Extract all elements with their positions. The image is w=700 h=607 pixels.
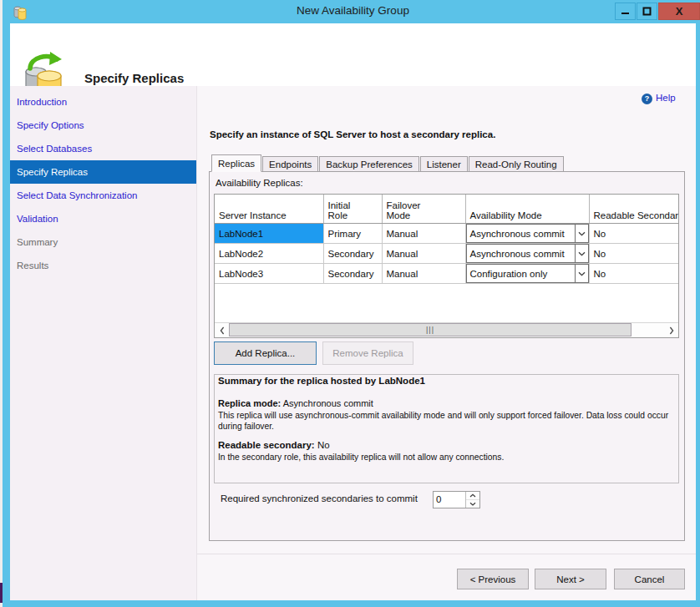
chevron-down-icon[interactable] <box>466 500 479 508</box>
window-title: New Availability Group <box>10 4 696 17</box>
minimize-button[interactable] <box>615 3 636 20</box>
add-replica-button[interactable]: Add Replica... <box>214 341 317 365</box>
chevron-down-icon[interactable] <box>575 265 588 282</box>
maximize-icon <box>642 7 652 16</box>
summary-replica-mode-line: Replica mode: Asynchronous commit <box>218 398 373 408</box>
tab-read-only-routing[interactable]: Read-Only Routing <box>469 156 564 172</box>
previous-button[interactable]: < Previous <box>457 569 529 589</box>
column-header-server-instance[interactable]: Server Instance <box>215 195 323 224</box>
scroll-left-icon[interactable] <box>215 323 229 337</box>
table-row[interactable]: LabNode2 Secondary Manual Asynchronous c… <box>215 244 678 264</box>
summary-replica-mode-description: This replica will use asynchronous-commi… <box>218 410 674 432</box>
remove-replica-button: Remove Replica <box>322 341 413 365</box>
scrollbar-track[interactable]: ||| <box>229 323 664 337</box>
help-link[interactable]: Help <box>656 93 676 103</box>
header-line-1: Readable Secondary <box>594 210 678 220</box>
cell-server-instance[interactable]: LabNode2 <box>215 244 323 264</box>
new-availability-group-dialog: New Availability Group X Specify Replica… <box>3 0 700 607</box>
sidebar-item-specify-replicas[interactable]: Specify Replicas <box>10 160 196 184</box>
availability-replicas-grid[interactable]: Server Instance Initial Role Failover Mo… <box>214 194 679 338</box>
header-line-2: Mode <box>387 210 465 220</box>
cell-initial-role[interactable]: Secondary <box>323 244 382 264</box>
cell-text: No <box>590 269 678 279</box>
availability-mode-combobox[interactable]: Asynchronous commit <box>466 244 589 263</box>
cell-initial-role[interactable]: Primary <box>323 224 382 244</box>
sidebar-item-summary: Summary <box>10 230 196 254</box>
summary-readable-secondary-description: In the secondary role, this availability… <box>218 452 674 463</box>
sidebar-item-select-data-synchronization[interactable]: Select Data Synchronization <box>10 184 196 207</box>
table-row[interactable]: LabNode3 Secondary Manual Configuration … <box>215 264 678 284</box>
cell-availability-mode[interactable]: Configuration only <box>465 264 589 284</box>
cell-readable-secondary[interactable]: No <box>589 264 678 284</box>
nav-items: Introduction Specify Options Select Data… <box>10 90 196 277</box>
combobox-value: Asynchronous commit <box>467 249 575 259</box>
cell-server-instance[interactable]: LabNode1 <box>215 224 323 244</box>
cell-text: Manual <box>383 269 465 279</box>
grid-horizontal-scrollbar[interactable]: ||| <box>215 322 678 337</box>
footer-separator <box>197 554 696 554</box>
replicas-table: Server Instance Initial Role Failover Mo… <box>215 195 679 284</box>
chevron-down-icon[interactable] <box>575 225 588 242</box>
cell-text: Secondary <box>324 269 382 279</box>
cell-readable-secondary[interactable]: No <box>589 244 678 264</box>
stepper-value[interactable]: 0 <box>434 492 465 508</box>
cell-availability-mode[interactable]: Asynchronous commit <box>465 244 589 264</box>
scrollbar-thumb[interactable]: ||| <box>229 323 632 336</box>
cell-text: Secondary <box>324 249 382 259</box>
table-row[interactable]: LabNode1 Primary Manual Asynchronous com… <box>215 224 678 244</box>
sidebar-item-validation[interactable]: Validation <box>10 207 196 230</box>
sidebar-item-select-databases[interactable]: Select Databases <box>10 137 196 160</box>
required-synchronized-secondaries-label: Required synchronized secondaries to com… <box>221 493 418 503</box>
header-line-1: Failover <box>387 200 465 210</box>
summary-replica-mode-label: Replica mode: <box>218 398 281 408</box>
sidebar-item-introduction[interactable]: Introduction <box>10 90 196 114</box>
header-line-1: Availability Mode <box>470 210 589 220</box>
tab-backup-preferences[interactable]: Backup Preferences <box>319 156 419 172</box>
cell-text: LabNode1 <box>215 229 323 239</box>
tab-endpoints[interactable]: Endpoints <box>262 156 318 172</box>
header-line-1: Server Instance <box>219 210 323 220</box>
help-icon[interactable]: ? <box>642 94 652 104</box>
cell-text: LabNode2 <box>215 249 323 259</box>
cell-failover-mode[interactable]: Manual <box>382 244 465 264</box>
cell-availability-mode[interactable]: Asynchronous commit <box>465 224 589 244</box>
summary-title: Summary for the replica hosted by LabNod… <box>218 376 425 386</box>
next-button[interactable]: Next > <box>535 569 606 589</box>
column-header-availability-mode[interactable]: Availability Mode <box>465 195 589 224</box>
table-header-row: Server Instance Initial Role Failover Mo… <box>215 195 678 224</box>
cell-text: Manual <box>383 229 465 239</box>
header-line-2: Role <box>328 210 382 220</box>
cell-text: No <box>590 249 678 259</box>
combobox-value: Configuration only <box>467 269 575 279</box>
close-button[interactable]: X <box>658 3 700 20</box>
cell-failover-mode[interactable]: Manual <box>382 224 465 244</box>
stepper-buttons[interactable] <box>465 492 479 508</box>
column-header-initial-role[interactable]: Initial Role <box>323 195 382 224</box>
sidebar-item-specify-options[interactable]: Specify Options <box>10 114 196 137</box>
availability-mode-combobox[interactable]: Configuration only <box>466 264 589 283</box>
cell-initial-role[interactable]: Secondary <box>323 264 382 284</box>
cell-text: No <box>590 229 678 239</box>
cell-server-instance[interactable]: LabNode3 <box>215 264 323 284</box>
tab-listener[interactable]: Listener <box>420 156 468 172</box>
cell-failover-mode[interactable]: Manual <box>382 264 465 284</box>
minimize-icon <box>621 8 630 15</box>
column-header-failover-mode[interactable]: Failover Mode <box>382 195 465 224</box>
required-synchronized-secondaries-stepper[interactable]: 0 <box>433 491 480 508</box>
page-title: Specify Replicas <box>84 71 184 85</box>
maximize-button[interactable] <box>637 3 657 20</box>
cancel-button[interactable]: Cancel <box>614 569 685 589</box>
chevron-down-icon[interactable] <box>575 245 588 262</box>
scroll-right-icon[interactable] <box>664 323 678 337</box>
cell-text: Primary <box>324 229 382 239</box>
tabstrip: Replicas Endpoints Backup Preferences Li… <box>211 155 565 172</box>
wizard-header: Specify Replicas <box>10 23 696 86</box>
header-line-1: Initial <box>328 200 382 210</box>
chevron-up-icon[interactable] <box>466 492 479 500</box>
availability-mode-combobox[interactable]: Asynchronous commit <box>466 224 589 243</box>
summary-replica-mode-value: Asynchronous commit <box>283 398 373 408</box>
tab-replicas[interactable]: Replicas <box>211 154 261 172</box>
cell-readable-secondary[interactable]: No <box>589 224 678 244</box>
summary-readable-secondary-label: Readable secondary: <box>218 440 315 450</box>
column-header-readable-secondary[interactable]: Readable Secondary <box>589 195 678 224</box>
